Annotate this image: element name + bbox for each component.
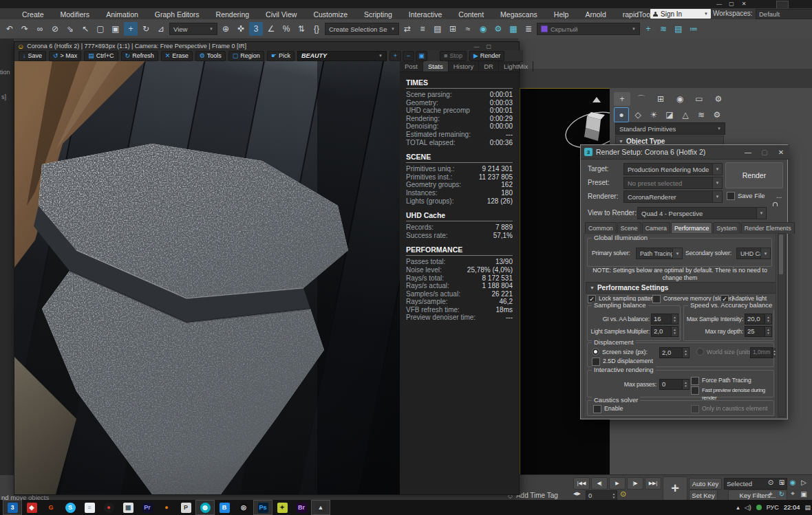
- vfb-copy-button[interactable]: ▤ Ctrl+C: [84, 51, 118, 61]
- undo-icon[interactable]: ↶: [3, 22, 17, 36]
- dialog-minimize-button[interactable]: —: [740, 149, 756, 156]
- taskbar-blender-icon[interactable]: ●: [157, 500, 176, 515]
- scrollbar-thumb[interactable]: [779, 234, 783, 274]
- taskbar-photoshop-icon[interactable]: Ps: [253, 500, 273, 515]
- taskbar-pureref-icon[interactable]: P: [176, 500, 195, 515]
- vfb-zoom-out-icon[interactable]: −: [403, 51, 414, 61]
- taskbar-premiere-icon[interactable]: Pr: [138, 500, 157, 515]
- language-indicator[interactable]: РУС: [767, 504, 779, 511]
- layer-dropdown[interactable]: Скрытый▼: [537, 23, 640, 35]
- scene-explorer-icon[interactable]: ⊞: [446, 22, 460, 36]
- select-move-icon[interactable]: +: [124, 22, 138, 36]
- menu-item[interactable]: Megascans: [492, 10, 546, 19]
- reference-coordinate-dropdown[interactable]: View▼: [169, 23, 217, 35]
- menu-item[interactable]: Help: [546, 10, 577, 19]
- taskbar-skype-icon[interactable]: S: [61, 500, 80, 515]
- select-link-icon[interactable]: ∞: [33, 22, 47, 36]
- taskbar-yellow-app-icon[interactable]: ✦: [273, 500, 292, 515]
- render-button[interactable]: Render: [725, 162, 783, 188]
- key-step-icons[interactable]: ◀▶: [573, 491, 581, 496]
- layer-add-icon[interactable]: ▤: [672, 22, 685, 36]
- key-mode-toggle-icon[interactable]: ⊙: [620, 490, 626, 498]
- render-setup-icon[interactable]: ⚙: [491, 22, 505, 36]
- rs-tab-render-elements[interactable]: Render Elements: [741, 222, 795, 234]
- modify-tab-icon[interactable]: ⌒: [633, 92, 650, 106]
- taskbar-calculator-icon[interactable]: ▦: [118, 500, 138, 515]
- rs-tab-system[interactable]: System: [713, 222, 740, 234]
- next-frame-button[interactable]: |▶: [627, 477, 643, 490]
- menu-item[interactable]: Civil View: [257, 10, 305, 19]
- rs-tab-camera[interactable]: Camera: [642, 222, 670, 234]
- auto-key-button[interactable]: Auto Key: [689, 478, 722, 490]
- menu-item[interactable]: Graph Editors: [147, 10, 208, 19]
- isolate-icon[interactable]: ≋: [656, 22, 670, 36]
- named-selection-set-dropdown[interactable]: Create Selection Se▼: [325, 23, 399, 35]
- helpers-category-icon[interactable]: △: [679, 108, 692, 122]
- menu-item[interactable]: Content: [450, 10, 492, 19]
- antivirus-icon[interactable]: [756, 505, 762, 510]
- max-ray-depth-spinner[interactable]: 25▲▼: [745, 326, 772, 337]
- fast-preview-denoise-checkbox[interactable]: Fast preview denoise during render: [691, 386, 773, 402]
- percent-snap-icon[interactable]: %: [279, 22, 293, 36]
- rs-tab-common[interactable]: Common: [585, 222, 617, 234]
- crossing-selection-icon[interactable]: ▣: [109, 22, 122, 36]
- material-editor-icon[interactable]: ◉: [476, 22, 490, 36]
- taskbar-notepad-icon[interactable]: ≡: [80, 500, 99, 515]
- speaker-icon[interactable]: ◁): [745, 504, 751, 511]
- angle-snap-icon[interactable]: ∠: [264, 22, 278, 36]
- menu-item[interactable]: Animation: [98, 10, 147, 19]
- systems-category-icon[interactable]: ⚙: [710, 108, 724, 122]
- vfb-tab-dr[interactable]: DR: [479, 61, 499, 72]
- fov-icon[interactable]: ▷: [798, 477, 809, 487]
- create-key-button[interactable]: +: [663, 476, 687, 501]
- hierarchy-tab-icon[interactable]: ⊞: [652, 92, 669, 106]
- shapes-category-icon[interactable]: ◇: [631, 108, 645, 122]
- primary-solver-dropdown[interactable]: Path Tracing▼: [636, 248, 683, 259]
- clock[interactable]: 22:04: [784, 504, 800, 511]
- render-setup-titlebar[interactable]: 3 Render Setup: Corona 6 (Hotfix 2) — ▢ …: [581, 145, 789, 160]
- motion-tab-icon[interactable]: ◉: [672, 92, 688, 106]
- screen-size-radio[interactable]: Screen size (px):: [592, 348, 648, 355]
- display-tab-icon[interactable]: ▭: [691, 92, 707, 106]
- hidden-icons-chevron[interactable]: ▴: [736, 504, 740, 511]
- vfb-channel-dropdown[interactable]: BEAUTY▼: [297, 51, 387, 61]
- gi-aa-balance-spinner[interactable]: 16▲▼: [651, 314, 679, 325]
- lights-category-icon[interactable]: ☀: [647, 108, 661, 122]
- rs-tab-performance[interactable]: Performance: [671, 222, 712, 234]
- preset-dropdown[interactable]: No preset selected▼: [623, 177, 723, 189]
- rotate-icon[interactable]: ↻: [139, 22, 153, 36]
- taskbar-obs-icon[interactable]: ◎: [234, 500, 253, 515]
- taskbar-bridge-icon[interactable]: Br: [292, 500, 311, 515]
- mirror-icon[interactable]: ⇄: [400, 22, 414, 36]
- menu-item[interactable]: Rendering: [208, 10, 257, 19]
- snaps-toggle-icon[interactable]: 3: [249, 22, 263, 36]
- max-sample-intensity-spinner[interactable]: 20,0▲▼: [745, 314, 772, 325]
- list-icon[interactable]: ≔: [687, 22, 701, 36]
- go-to-start-button[interactable]: |◀◀: [573, 477, 590, 490]
- align-icon[interactable]: ≡: [416, 22, 429, 36]
- secondary-solver-dropdown[interactable]: UHD Cache▼: [736, 248, 771, 259]
- max-passes-spinner[interactable]: 0▲▼: [659, 379, 690, 390]
- layer-manager-icon[interactable]: ▤: [431, 22, 445, 36]
- primitive-category-dropdown[interactable]: Standard Primitives▼: [615, 122, 725, 135]
- taskbar-red-app-icon[interactable]: ◆: [22, 500, 41, 515]
- zoom-all-icon[interactable]: ⊞: [776, 477, 787, 487]
- vfb-to-max-button[interactable]: ↺ > Max: [49, 51, 81, 61]
- vfb-titlebar[interactable]: ☺ Corona 6 (Hotfix 2) | 777×893px (1:1) …: [14, 42, 519, 50]
- save-file-checkbox[interactable]: Save File: [727, 192, 765, 200]
- edit-named-selection-icon[interactable]: {}: [310, 22, 323, 36]
- force-path-tracing-checkbox[interactable]: Force Path Tracing: [691, 377, 751, 385]
- vfb-zoom-fit-icon[interactable]: ▣: [416, 51, 427, 61]
- dialog-maximize-button[interactable]: ▢: [756, 149, 773, 156]
- vfb-tab-stats[interactable]: Stats: [423, 61, 449, 72]
- taskbar-recorder-icon[interactable]: ●: [99, 500, 118, 515]
- world-size-spinner[interactable]: 1,0mm▲▼: [750, 347, 773, 358]
- minimize-window-button[interactable]: —: [713, 0, 725, 8]
- menu-item[interactable]: Interactive: [400, 10, 450, 19]
- rectangular-selection-icon[interactable]: ▢: [94, 22, 107, 36]
- walk-through-icon[interactable]: ⌖: [787, 489, 798, 498]
- go-to-end-button[interactable]: ▶▶|: [645, 477, 661, 490]
- taskbar-photos-icon[interactable]: ▲: [311, 500, 330, 515]
- taskbar-3dsmax-icon[interactable]: 3: [3, 500, 22, 515]
- rendered-frame-icon[interactable]: ▦: [506, 22, 520, 36]
